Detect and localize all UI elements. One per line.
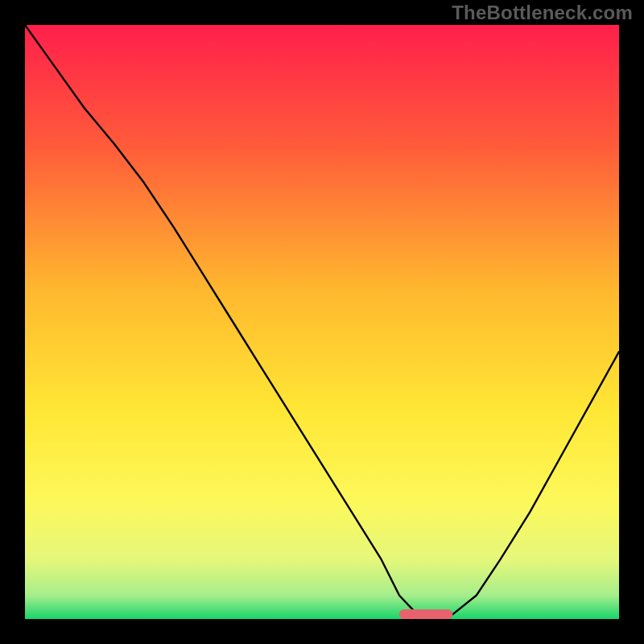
watermark-text: TheBottleneck.com (452, 2, 633, 24)
heat-gradient-background (25, 25, 619, 619)
plot-area (25, 25, 619, 619)
svg-rect-0 (25, 25, 619, 619)
chart-frame: TheBottleneck.com (0, 0, 644, 644)
